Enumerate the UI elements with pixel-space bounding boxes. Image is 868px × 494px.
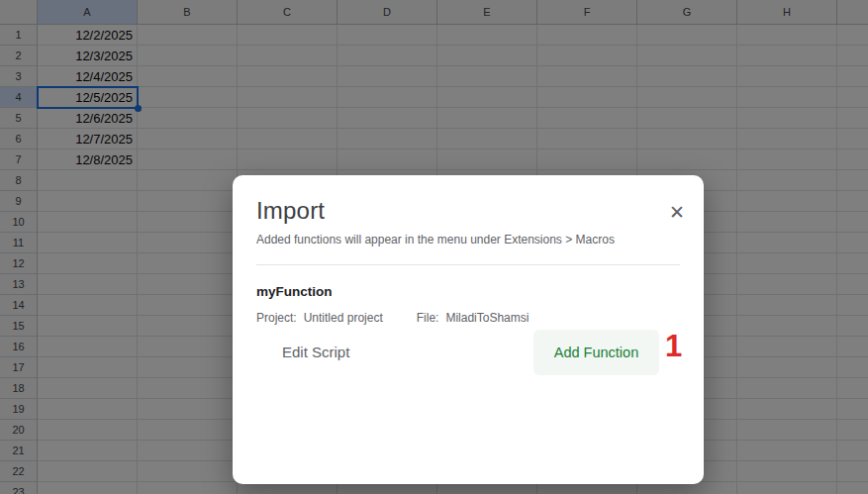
edit-script-button[interactable]: Edit Script (266, 336, 365, 368)
close-icon[interactable]: ✕ (664, 199, 690, 225)
function-meta: Project:Untitled projectFile:MiladiToSha… (256, 311, 529, 325)
project-value: Untitled project (304, 311, 383, 325)
import-dialog: Import ✕ Added functions will appear in … (233, 175, 704, 484)
dialog-title: Import (256, 197, 325, 225)
annotation-step-1: 1 (665, 331, 682, 361)
project-label: Project: (256, 311, 297, 325)
dialog-divider (256, 264, 680, 265)
add-function-button[interactable]: Add Function (533, 330, 659, 375)
file-label: File: (417, 311, 439, 325)
function-name: myFunction (256, 284, 333, 299)
screenshot-root: ABCDEFGH112/2/2025212/3/2025312/4/202541… (0, 0, 868, 494)
dialog-subtitle: Added functions will appear in the menu … (256, 233, 615, 247)
file-value: MiladiToShamsi (445, 311, 529, 325)
